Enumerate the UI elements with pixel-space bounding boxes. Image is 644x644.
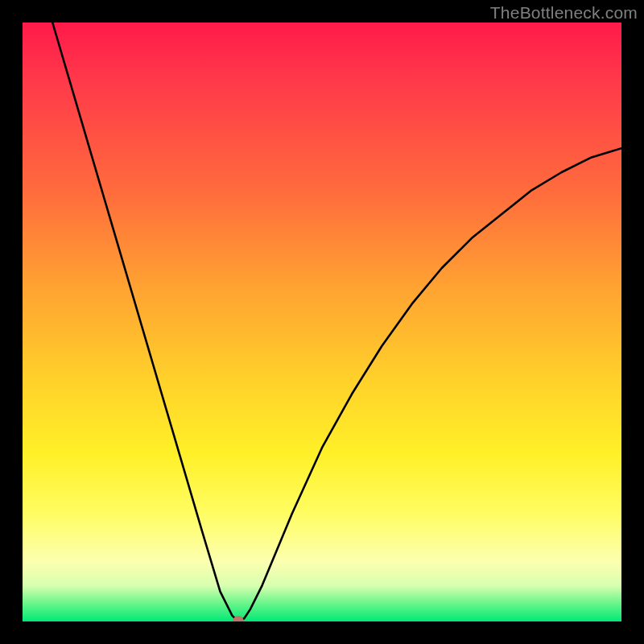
- bottleneck-curve: [23, 23, 621, 621]
- chart-frame: TheBottleneck.com: [0, 0, 644, 644]
- watermark-text: TheBottleneck.com: [490, 3, 638, 23]
- minimum-marker: [233, 616, 244, 621]
- plot-area: [23, 23, 621, 621]
